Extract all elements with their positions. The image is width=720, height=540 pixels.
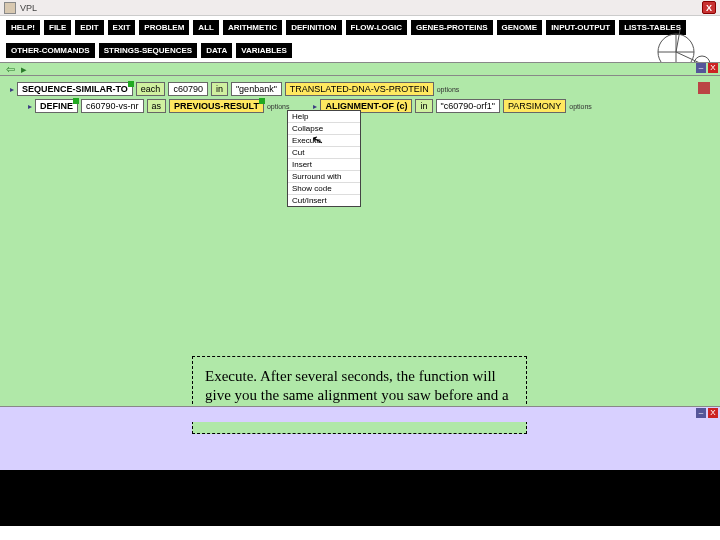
toolbar-arithmetic[interactable]: ARITHMETIC — [223, 20, 282, 35]
arg-in[interactable]: in — [211, 82, 228, 96]
toolbar-genome[interactable]: GENOME — [497, 20, 543, 35]
window-titlebar: VPL X — [0, 0, 720, 16]
context-menu: Help Collapse Execute Cut Insert Surroun… — [287, 110, 361, 207]
toolbar-exit[interactable]: EXIT — [108, 20, 136, 35]
instruction-note: Execute. After several seconds, the func… — [192, 356, 527, 434]
toolbar-problem[interactable]: PROBLEM — [139, 20, 189, 35]
arg-as[interactable]: as — [147, 99, 167, 113]
menu-insert[interactable]: Insert — [288, 159, 360, 171]
options-label[interactable]: options — [437, 86, 460, 93]
toolbar-definition[interactable]: DEFINITION — [286, 20, 341, 35]
workspace-header: ⇦ ▸ – X — [0, 62, 720, 76]
fn-sequence-similar-to[interactable]: SEQUENCE-SIMILAR-TO — [17, 82, 133, 96]
arg-var[interactable]: c60790-vs-nr — [81, 99, 144, 113]
toolbar-strings-sequences[interactable]: STRINGS-SEQUENCES — [99, 43, 197, 58]
arg-literal[interactable]: "genbank" — [231, 82, 282, 96]
menu-collapse[interactable]: Collapse — [288, 123, 360, 135]
toolbar-help[interactable]: HELP! — [6, 20, 40, 35]
collapse-arrow-icon[interactable]: ⇦ — [6, 63, 15, 76]
output-close[interactable]: X — [708, 408, 718, 418]
toolbar-data[interactable]: DATA — [201, 43, 232, 58]
fn-parsimony[interactable]: PARSIMONY — [503, 99, 566, 113]
menu-cut-insert[interactable]: Cut/Insert — [288, 195, 360, 206]
workspace-close[interactable]: X — [708, 63, 718, 73]
options-label[interactable]: options — [569, 103, 592, 110]
toolbar-variables[interactable]: VARIABLES — [236, 43, 292, 58]
code-row: ▸ DEFINE c60790-vs-nr as PREVIOUS-RESULT… — [28, 99, 710, 113]
menu-help[interactable]: Help — [288, 111, 360, 123]
menu-cut[interactable]: Cut — [288, 147, 360, 159]
arg-value[interactable]: c60790 — [168, 82, 208, 96]
menu-surround-with[interactable]: Surround with — [288, 171, 360, 183]
output-header: – X — [0, 406, 720, 422]
run-arrow-icon[interactable]: ▸ — [21, 63, 27, 76]
fn-define[interactable]: DEFINE — [35, 99, 78, 113]
footer-strip — [0, 470, 720, 526]
arg-each[interactable]: each — [136, 82, 166, 96]
toolbar-input-output[interactable]: INPUT-OUTPUT — [546, 20, 615, 35]
fn-translated[interactable]: TRANSLATED-DNA-VS-PROTEIN — [285, 82, 434, 96]
expand-icon[interactable]: ▸ — [10, 85, 14, 94]
svg-line-3 — [676, 30, 680, 52]
workspace-minimize[interactable]: – — [696, 63, 706, 73]
window-close-button[interactable]: X — [702, 1, 716, 14]
code-row: ▸ SEQUENCE-SIMILAR-TO each c60790 in "ge… — [10, 82, 710, 96]
window-title: VPL — [20, 3, 698, 13]
menu-show-code[interactable]: Show code — [288, 183, 360, 195]
app-icon — [4, 2, 16, 14]
output-minimize[interactable]: – — [696, 408, 706, 418]
toolbar-edit[interactable]: EDIT — [75, 20, 103, 35]
expand-icon[interactable]: ▸ — [28, 102, 32, 111]
toolbar-other-commands[interactable]: OTHER-COMMANDS — [6, 43, 95, 58]
toolbar-flow-logic[interactable]: FLOW-LOGIC — [346, 20, 407, 35]
end-marker-icon — [698, 82, 710, 94]
code-canvas: ▸ SEQUENCE-SIMILAR-TO each c60790 in "ge… — [0, 76, 720, 406]
fn-previous-result[interactable]: PREVIOUS-RESULT — [169, 99, 264, 113]
arg-in[interactable]: in — [415, 99, 432, 113]
toolbar-file[interactable]: FILE — [44, 20, 71, 35]
options-label[interactable]: options — [267, 103, 290, 110]
toolbar-all[interactable]: ALL — [193, 20, 219, 35]
command-toolbar: HELP! FILE EDIT EXIT PROBLEM ALL ARITHME… — [0, 16, 720, 62]
arg-literal[interactable]: "c60790-orf1" — [436, 99, 500, 113]
toolbar-genes-proteins[interactable]: GENES-PROTEINS — [411, 20, 493, 35]
